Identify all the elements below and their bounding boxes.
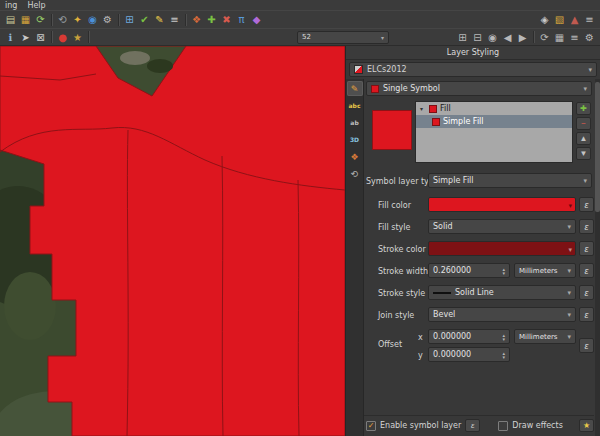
zoom-native-icon[interactable]: ◉ xyxy=(485,30,500,45)
fill-color-button[interactable]: ▾ xyxy=(428,197,576,212)
stroke-color-override-button[interactable]: ε xyxy=(579,241,594,256)
stroke-width-unit-select[interactable]: Millimeters ▾ xyxy=(514,263,576,278)
record-edits-icon[interactable]: ● xyxy=(55,30,70,45)
enable-symbol-layer-checkbox[interactable]: ✓ xyxy=(366,421,376,431)
toolbar-combo[interactable]: 52 ▾ xyxy=(297,31,389,44)
panel-body: ✎abcab3D❖⟲ Single Symbol ▾ ▾FillSimple F… xyxy=(346,79,600,436)
fill-color-override-button[interactable]: ε xyxy=(579,197,594,212)
stroke-width-override-button[interactable]: ε xyxy=(579,263,594,278)
symbol-tree-row[interactable]: ▾Fill xyxy=(416,102,572,115)
scrollbar-thumb[interactable] xyxy=(595,82,600,212)
zoom-full-icon[interactable]: ⊞ xyxy=(455,30,470,45)
move-down-button[interactable]: ▼ xyxy=(576,147,591,160)
customize-effects-star-button[interactable]: ★ xyxy=(579,419,594,432)
stroke-color-row: Stroke color ▾ ε xyxy=(364,241,594,257)
overflow-menu-icon[interactable]: ≡ xyxy=(582,12,597,27)
add-symbol-layer-button[interactable]: ✚ xyxy=(576,102,591,115)
tab-masks[interactable]: ab xyxy=(347,115,363,130)
layer-styling-panel: Layer Styling ELCs2012 ▾ ✎abcab3D❖⟲ Sing… xyxy=(345,46,600,436)
menu-item[interactable]: ing xyxy=(5,1,17,10)
undo-icon[interactable]: ⟲ xyxy=(55,12,70,27)
spinner-arrows-icon[interactable]: ▴▾ xyxy=(502,333,505,341)
identify-icon[interactable]: ℹ xyxy=(3,30,18,45)
tab-history[interactable]: ⟲ xyxy=(347,166,363,181)
offset-x-label: x xyxy=(418,333,423,342)
red-polygon xyxy=(0,46,345,436)
stroke-width-spinbox[interactable]: 0.260000 ▴▾ xyxy=(428,263,510,278)
draw-effects-checkbox[interactable] xyxy=(498,421,508,431)
legend-icon[interactable]: ▤ xyxy=(3,12,18,27)
toolbar1-right-group: ◈▧▲≡ xyxy=(537,12,597,27)
offset-y-spinbox[interactable]: 0.000000 ▴▾ xyxy=(428,347,510,362)
annotation-icon[interactable]: ✎ xyxy=(152,12,167,27)
stroke-style-select[interactable]: Solid Line ▾ xyxy=(428,285,576,300)
stroke-style-override-button[interactable]: ε xyxy=(579,285,594,300)
layer-selector[interactable]: ELCs2012 ▾ xyxy=(349,62,597,77)
measure-icon[interactable]: ◈ xyxy=(537,12,552,27)
select-features-icon[interactable]: ➤ xyxy=(18,30,33,45)
bookmark-icon[interactable]: ★ xyxy=(70,30,85,45)
enable-override-button[interactable]: ε xyxy=(465,419,480,432)
style-manager-icon[interactable]: ✦ xyxy=(70,12,85,27)
toolbar2-right-group: ⊞⊟◉◀▶⟳▦≡⚙ xyxy=(455,30,597,45)
zoom-next-icon[interactable]: ▶ xyxy=(515,30,530,45)
symbol-layer-tree[interactable]: ▾FillSimple Fill xyxy=(415,101,573,163)
stroke-color-button[interactable]: ▾ xyxy=(428,241,576,256)
palette-icon[interactable]: ▧ xyxy=(552,12,567,27)
tab-labels[interactable]: abc xyxy=(347,98,363,113)
spinner-arrows-icon[interactable]: ▴▾ xyxy=(502,351,505,359)
zoom-out-icon[interactable]: ⊟ xyxy=(470,30,485,45)
join-style-select[interactable]: Bevel ▾ xyxy=(428,307,576,322)
offset-override-button[interactable]: ε xyxy=(579,338,594,353)
label-check-icon[interactable]: ✔ xyxy=(137,12,152,27)
check-icon: ✓ xyxy=(368,421,375,430)
fill-style-override-button[interactable]: ε xyxy=(579,219,594,234)
main-toolbar: ▤▦⟳⟲✦◉⚙⊞✔✎≡❖✚✖π◆ ◈▧▲≡ xyxy=(0,10,600,28)
refresh-map-icon[interactable]: ⟳ xyxy=(537,30,552,45)
secondary-toolbar: ℹ➤⊠●★ 52 ▾ ⊞⊟◉◀▶⟳▦≡⚙ xyxy=(0,28,600,46)
layout-icon[interactable]: ≡ xyxy=(567,30,582,45)
toolbar-separator xyxy=(88,31,89,43)
remove-layer-icon[interactable]: ✖ xyxy=(219,12,234,27)
attribute-table-icon[interactable]: ⊞ xyxy=(122,12,137,27)
toolbar-separator xyxy=(51,31,52,43)
python-console-icon[interactable]: π xyxy=(234,12,249,27)
globe-icon[interactable]: ◉ xyxy=(85,12,100,27)
tab-symbology[interactable]: ✎ xyxy=(347,81,363,96)
north-arrow-icon[interactable]: ▲ xyxy=(567,12,582,27)
symbol-tree-row[interactable]: Simple Fill xyxy=(416,115,572,128)
tab-diagrams[interactable]: ❖ xyxy=(347,149,363,164)
diagram-icon[interactable]: ❖ xyxy=(189,12,204,27)
zoom-last-icon[interactable]: ◀ xyxy=(500,30,515,45)
layer-icon xyxy=(354,65,363,74)
plugin-icon[interactable]: ◆ xyxy=(249,12,264,27)
refresh-icon[interactable]: ⟳ xyxy=(33,12,48,27)
styling-tabstrip: ✎abcab3D❖⟲ xyxy=(346,79,364,436)
stroke-width-unit-value: Millimeters xyxy=(519,267,558,275)
symbol-layer-type-value: Simple Fill xyxy=(433,176,474,185)
symbol-layer-type-select[interactable]: Simple Fill ▾ xyxy=(428,173,592,188)
expander-icon[interactable]: ▾ xyxy=(420,105,426,112)
processing-icon[interactable]: ⚙ xyxy=(100,12,115,27)
spinner-arrows-icon[interactable]: ▴▾ xyxy=(502,267,505,275)
chevron-down-icon: ▾ xyxy=(564,311,571,319)
fill-style-select[interactable]: Solid ▾ xyxy=(428,219,576,234)
remove-symbol-layer-button[interactable]: − xyxy=(576,117,591,130)
join-style-override-button[interactable]: ε xyxy=(579,307,594,322)
deselect-icon[interactable]: ⊠ xyxy=(33,30,48,45)
menu-item-help[interactable]: Help xyxy=(27,1,45,10)
add-layer-icon[interactable]: ✚ xyxy=(204,12,219,27)
map-canvas[interactable] xyxy=(0,46,345,436)
raster-tools-icon[interactable]: ▦ xyxy=(18,12,33,27)
panel-scrollbar[interactable] xyxy=(595,79,600,436)
tab-3d-view[interactable]: 3D xyxy=(347,132,363,147)
toolbar-separator xyxy=(185,14,186,26)
text-annotation-icon[interactable]: ≡ xyxy=(167,12,182,27)
renderer-select[interactable]: Single Symbol ▾ xyxy=(366,81,592,96)
options-icon[interactable]: ⚙ xyxy=(582,30,597,45)
offset-unit-select[interactable]: Millimeters ▾ xyxy=(514,329,576,344)
move-up-button[interactable]: ▲ xyxy=(576,132,591,145)
offset-x-spinbox[interactable]: 0.000000 ▴▾ xyxy=(428,329,510,344)
offset-y-label: y xyxy=(418,351,423,360)
new-map-view-icon[interactable]: ▦ xyxy=(552,30,567,45)
